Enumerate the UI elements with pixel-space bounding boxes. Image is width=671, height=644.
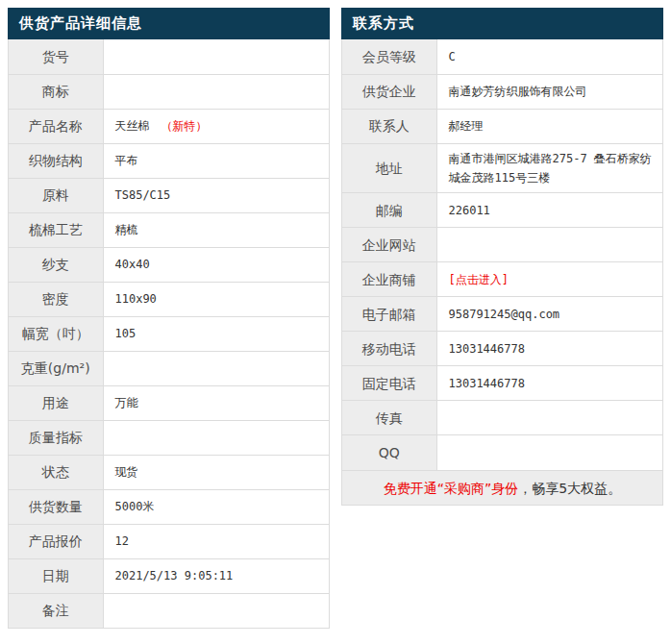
table-row: 产品报价12 [9, 524, 329, 558]
row-value-text: 110x90 [115, 292, 157, 306]
table-row: 梳棉工艺精梳 [9, 212, 329, 247]
table-row: 商标 [9, 74, 329, 109]
table-row: 纱支40x40 [9, 247, 329, 282]
row-value-text: TS85/C15 [115, 188, 171, 202]
row-value: 南通市港闸区城港路275-7 叠石桥家纺城金茂路115号三楼 [436, 143, 662, 193]
row-label: 纱支 [9, 247, 103, 282]
table-row: 邮编226011 [342, 193, 662, 228]
row-label: 幅宽（吋） [9, 316, 103, 351]
row-value-text: 南通市港闸区城港路275-7 叠石桥家纺城金茂路115号三楼 [449, 152, 652, 185]
table-row: 日期2021/5/13 9:05:11 [9, 558, 329, 593]
row-label: 企业网站 [342, 228, 436, 262]
row-value: 万能 [103, 385, 329, 420]
row-value-text: 南通妙芳纺织服饰有限公司 [449, 85, 587, 98]
row-label: 织物结构 [9, 143, 103, 178]
table-row: 会员等级C [342, 39, 662, 74]
table-row: 状态现货 [9, 455, 329, 489]
table-row: 传真 [342, 401, 662, 435]
row-label: 会员等级 [342, 39, 436, 74]
table-row: 固定电话13031446778 [342, 366, 662, 401]
row-label: 产品名称 [9, 109, 103, 143]
contact-info-table: 会员等级C供货企业南通妙芳纺织服饰有限公司联系人郝经理地址南通市港闸区城港路27… [342, 39, 662, 470]
row-value: TS85/C15 [103, 178, 329, 212]
row-value-text: 13031446778 [449, 377, 525, 390]
product-details-table: 货号商标产品名称天丝棉（新特）织物结构平布原料TS85/C15梳棉工艺精梳纱支4… [9, 39, 329, 628]
row-label: 企业商铺 [342, 262, 436, 297]
row-value-text: 平布 [115, 154, 138, 167]
row-value: 精梳 [103, 212, 329, 247]
contact-info-header: 联系方式 [341, 8, 663, 39]
promo-buyer-signup-link[interactable]: 免费开通“采购商”身份 [384, 481, 519, 496]
row-label: 状态 [9, 455, 103, 489]
row-value: 13031446778 [436, 366, 662, 401]
table-row: 织物结构平布 [9, 143, 329, 178]
row-label: 联系人 [342, 109, 436, 143]
row-value-text: 精梳 [115, 223, 138, 236]
table-row: 企业商铺[点击进入] [342, 262, 662, 297]
row-label: 密度 [9, 282, 103, 316]
row-value: 226011 [436, 193, 662, 228]
row-label: 产品报价 [9, 524, 103, 558]
row-value-text: 40x40 [115, 258, 150, 271]
table-row: 备注 [9, 593, 329, 628]
table-row: 克重(g/m²) [9, 351, 329, 385]
row-label: 货号 [9, 39, 103, 74]
row-label: 原料 [9, 178, 103, 212]
shop-enter-link[interactable]: [点击进入] [449, 273, 509, 286]
table-row: 供货数量5000米 [9, 489, 329, 524]
row-value-highlight: （新特） [162, 119, 208, 133]
table-row: 地址南通市港闸区城港路275-7 叠石桥家纺城金茂路115号三楼 [342, 143, 662, 193]
row-label: 传真 [342, 401, 436, 435]
row-value-text: 万能 [115, 396, 138, 409]
row-value-text: 2021/5/13 9:05:11 [115, 569, 234, 582]
row-label: 备注 [9, 593, 103, 628]
table-row: 幅宽（吋）105 [9, 316, 329, 351]
promo-footer-rest: ，畅享5大权益。 [518, 481, 621, 496]
row-value: 郝经理 [436, 109, 662, 143]
promo-footer: 免费开通“采购商”身份，畅享5大权益。 [342, 470, 662, 505]
row-value-text: 现货 [115, 465, 138, 479]
row-value-text: C [449, 50, 456, 63]
table-row: 移动电话13031446778 [342, 332, 662, 366]
row-label: 质量指标 [9, 420, 103, 455]
row-value: 现货 [103, 455, 329, 489]
row-label: 克重(g/m²) [9, 351, 103, 385]
table-row: 原料TS85/C15 [9, 178, 329, 212]
row-value: 天丝棉（新特） [103, 109, 329, 143]
row-value-text: 958791245@qq.com [449, 308, 560, 321]
table-row: 用途万能 [9, 385, 329, 420]
row-value-text: 郝经理 [449, 119, 484, 133]
row-value-text: 226011 [449, 204, 490, 217]
product-details-header: 供货产品详细信息 [8, 8, 330, 39]
table-row: QQ [342, 435, 662, 470]
row-label: 固定电话 [342, 366, 436, 401]
row-label: 电子邮箱 [342, 297, 436, 332]
row-label: 日期 [9, 558, 103, 593]
row-value [436, 435, 662, 470]
table-row: 质量指标 [9, 420, 329, 455]
table-row: 货号 [9, 39, 329, 74]
row-label: QQ [342, 435, 436, 470]
row-value: 13031446778 [436, 332, 662, 366]
row-value [103, 74, 329, 109]
row-label: 梳棉工艺 [9, 212, 103, 247]
contact-info-panel: 联系方式 会员等级C供货企业南通妙芳纺织服饰有限公司联系人郝经理地址南通市港闸区… [341, 8, 663, 506]
page: 供货产品详细信息 货号商标产品名称天丝棉（新特）织物结构平布原料TS85/C15… [0, 0, 671, 644]
table-row: 密度110x90 [9, 282, 329, 316]
row-value: 2021/5/13 9:05:11 [103, 558, 329, 593]
row-label: 供货企业 [342, 74, 436, 109]
row-label: 用途 [9, 385, 103, 420]
row-value: 12 [103, 524, 329, 558]
row-value: [点击进入] [436, 262, 662, 297]
row-value: 110x90 [103, 282, 329, 316]
row-value: 南通妙芳纺织服饰有限公司 [436, 74, 662, 109]
row-value-text: 天丝棉 [115, 119, 150, 133]
row-value [103, 420, 329, 455]
row-value-text: 12 [115, 534, 129, 548]
row-value [103, 39, 329, 74]
row-label: 地址 [342, 143, 436, 193]
row-label: 移动电话 [342, 332, 436, 366]
row-label: 供货数量 [9, 489, 103, 524]
table-row: 产品名称天丝棉（新特） [9, 109, 329, 143]
row-value-text: 13031446778 [449, 342, 525, 356]
